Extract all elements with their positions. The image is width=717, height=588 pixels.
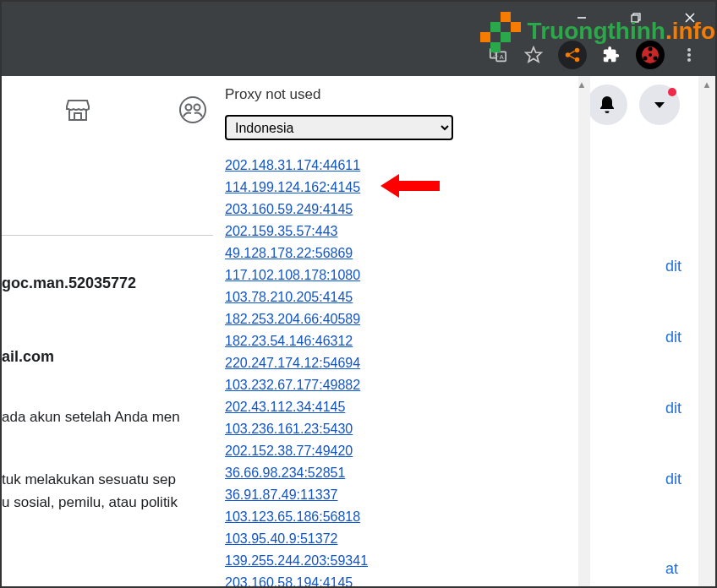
account-dropdown-button[interactable] <box>639 84 680 125</box>
groups-icon[interactable] <box>178 95 208 125</box>
edit-link[interactable]: dit <box>665 471 681 488</box>
email-text: ail.com <box>2 348 222 366</box>
proxy-link[interactable]: 117.102.108.178:1080 <box>225 265 360 286</box>
svg-point-26 <box>194 105 200 111</box>
notifications-button[interactable] <box>587 84 627 125</box>
watermark-suffix: .info <box>665 18 715 44</box>
proxy-link[interactable]: 203.160.58.194:4145 <box>225 573 353 587</box>
proxy-link[interactable]: 103.78.210.205:4145 <box>225 287 353 308</box>
description-text-2a: tuk melakukan sesuatu sep <box>2 469 222 491</box>
watermark-brand: Truongthinh <box>528 18 665 44</box>
edit-links-column: dit dit dit dit at <box>665 258 681 578</box>
proxy-link[interactable]: 202.43.112.34:4145 <box>225 397 345 417</box>
notification-dot-icon <box>668 88 676 96</box>
view-link[interactable]: at <box>665 560 681 578</box>
svg-line-14 <box>569 56 574 59</box>
svg-point-19 <box>654 57 658 61</box>
proxy-link[interactable]: 103.123.65.186:56818 <box>225 507 360 527</box>
edit-link[interactable]: dit <box>665 400 681 417</box>
edit-link[interactable]: dit <box>665 329 681 346</box>
proxy-link[interactable]: 103.95.40.9:51372 <box>225 529 337 549</box>
proxy-link[interactable]: 202.152.38.77:49420 <box>225 441 353 461</box>
proxy-link[interactable]: 139.255.244.203:59341 <box>225 551 368 571</box>
watermark-logo-icon <box>480 7 529 56</box>
watermark: Truongthinh.info <box>480 7 715 56</box>
popup-title: Proxy not used <box>225 86 566 103</box>
proxy-link[interactable]: 36.91.87.49:11337 <box>225 485 337 505</box>
svg-point-25 <box>186 105 192 111</box>
page-scrollbar[interactable]: ▲ <box>698 76 715 587</box>
proxy-link[interactable]: 203.160.59.249:4145 <box>225 199 353 220</box>
svg-point-24 <box>180 97 205 122</box>
proxy-link[interactable]: 182.253.204.66:40589 <box>225 309 360 329</box>
proxy-list: 202.148.31.174:44611114.199.124.162:4145… <box>225 155 566 587</box>
proxy-link[interactable]: 202.159.35.57:443 <box>225 221 337 242</box>
red-arrow-annotation <box>380 171 440 204</box>
proxy-link[interactable]: 182.23.54.146:46312 <box>225 331 353 351</box>
proxy-extension-popup: Proxy not used Indonesia 202.148.31.174:… <box>213 76 578 587</box>
country-select[interactable]: Indonesia <box>225 115 453 140</box>
svg-point-12 <box>575 57 580 63</box>
proxy-link[interactable]: 103.232.67.177:49882 <box>225 375 360 395</box>
proxy-link[interactable]: 49.128.178.22:56869 <box>225 243 353 264</box>
svg-marker-27 <box>654 102 665 108</box>
edit-link[interactable]: dit <box>665 258 681 275</box>
proxy-link[interactable]: 114.199.124.162:4145 <box>225 177 360 198</box>
proxy-link[interactable]: 202.148.31.174:44611 <box>225 155 360 176</box>
username-text: goc.man.52035772 <box>2 275 222 292</box>
svg-point-18 <box>643 57 648 61</box>
proxy-link[interactable]: 220.247.174.12:54694 <box>225 353 360 373</box>
svg-point-23 <box>687 58 691 62</box>
svg-marker-28 <box>380 174 440 198</box>
marketplace-icon[interactable] <box>63 95 93 125</box>
proxy-link[interactable]: 36.66.98.234:52851 <box>225 463 345 483</box>
description-text-2b: u sosial, pemilu, atau politik <box>2 492 222 514</box>
proxy-link[interactable]: 103.236.161.23:5430 <box>225 419 353 439</box>
description-text-1: ada akun setelah Anda men <box>2 406 222 428</box>
